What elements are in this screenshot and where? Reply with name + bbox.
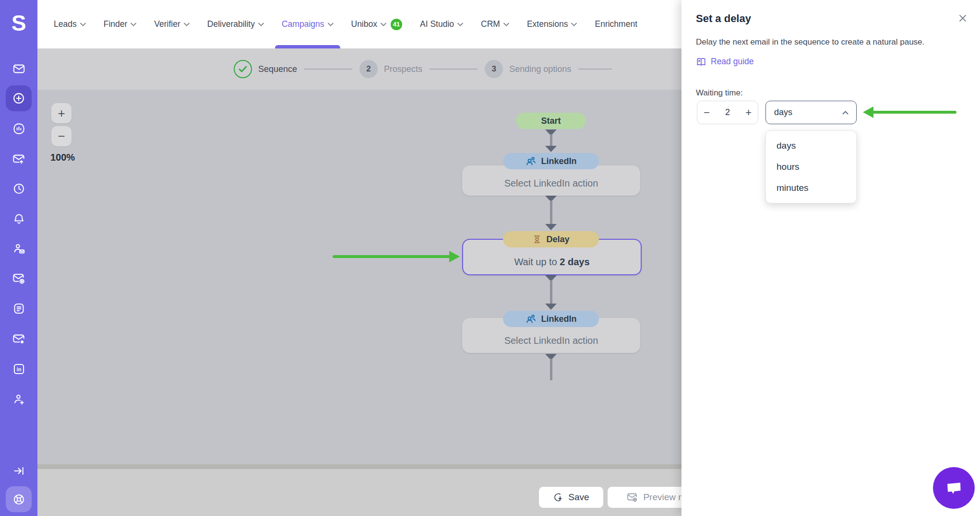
unit-option-days[interactable]: days bbox=[766, 135, 856, 156]
email-send-icon[interactable] bbox=[6, 146, 32, 172]
step-sequence[interactable]: Sequence bbox=[234, 60, 297, 78]
start-node[interactable]: Start bbox=[516, 113, 586, 129]
chevron-down-icon bbox=[457, 23, 463, 26]
increase-button[interactable]: + bbox=[745, 107, 752, 118]
add-user-icon[interactable] bbox=[6, 386, 32, 412]
nav-item-unibox[interactable]: Unibox41 bbox=[351, 0, 402, 48]
zoom-out-button[interactable]: − bbox=[51, 126, 72, 146]
analytics-icon[interactable] bbox=[6, 116, 32, 141]
chat-bubble-icon bbox=[944, 479, 964, 497]
sequence-canvas bbox=[37, 90, 681, 464]
nav-item-ai-studio[interactable]: AI Studio bbox=[420, 0, 463, 48]
waiting-time-stepper: − 2 + bbox=[697, 101, 758, 124]
annotation-arrow-delay bbox=[333, 251, 460, 262]
horizontal-scrollbar[interactable] bbox=[37, 464, 681, 469]
create-campaign-icon[interactable] bbox=[6, 85, 32, 111]
chevron-down-icon bbox=[571, 23, 577, 26]
flow-connector bbox=[544, 275, 558, 310]
nav-item-verifier[interactable]: Verifier bbox=[154, 0, 189, 48]
chevron-down-icon bbox=[80, 23, 86, 26]
step-number: 2 bbox=[359, 60, 378, 78]
step-connector bbox=[430, 69, 478, 70]
step-done-check-icon bbox=[234, 60, 252, 78]
top-nav: Leads Finder Verifier Deliverability Cam… bbox=[37, 0, 681, 48]
people-icon bbox=[525, 155, 537, 167]
email-at-icon[interactable] bbox=[6, 265, 32, 291]
waiting-time-label: Waiting time: bbox=[696, 88, 743, 98]
chevron-down-icon bbox=[131, 23, 136, 26]
panel-description: Delay the next email in the sequence to … bbox=[696, 37, 924, 47]
chevron-down-icon bbox=[328, 23, 334, 26]
nav-item-deliverability[interactable]: Deliverability bbox=[207, 0, 264, 48]
book-icon bbox=[696, 57, 706, 67]
wizard-steps-bar: Sequence 2 Prospects 3 Sending options bbox=[37, 48, 681, 90]
time-unit-dropdown[interactable]: days bbox=[765, 101, 857, 124]
time-unit-value: days bbox=[774, 107, 792, 117]
nav-item-crm[interactable]: CRM bbox=[481, 0, 509, 48]
linkedin-icon[interactable]: in bbox=[6, 356, 32, 382]
email-status-icon[interactable] bbox=[6, 326, 32, 352]
flow-connector bbox=[544, 196, 558, 230]
linkedin-step-pill[interactable]: LinkedIn bbox=[503, 153, 599, 169]
nav-item-finder[interactable]: Finder bbox=[104, 0, 137, 48]
hourglass-icon bbox=[532, 235, 542, 244]
waiting-time-value: 2 bbox=[725, 107, 730, 117]
time-unit-menu: days hours minutes bbox=[765, 130, 857, 203]
unibox-count-badge: 41 bbox=[391, 19, 402, 30]
step-connector bbox=[578, 69, 612, 70]
mail-icon[interactable] bbox=[6, 56, 32, 82]
chat-widget-button[interactable] bbox=[933, 467, 975, 509]
zoom-in-button[interactable]: + bbox=[51, 103, 72, 123]
decrease-button[interactable]: − bbox=[704, 107, 710, 118]
app-window: S in bbox=[0, 0, 980, 516]
canvas-footer: Save Preview me bbox=[37, 469, 681, 516]
contact-book-icon[interactable] bbox=[6, 235, 32, 261]
read-guide-link[interactable]: Read guide bbox=[696, 57, 754, 67]
linkedin-step-pill[interactable]: LinkedIn bbox=[503, 311, 599, 327]
nav-item-leads[interactable]: Leads bbox=[54, 0, 86, 48]
panel-title: Set a delay bbox=[696, 12, 751, 25]
unit-option-hours[interactable]: hours bbox=[766, 156, 856, 177]
chevron-down-icon bbox=[381, 23, 386, 26]
svg-text:in: in bbox=[16, 366, 21, 372]
zoom-level: 100% bbox=[50, 152, 75, 163]
delay-step-pill[interactable]: Delay bbox=[503, 231, 599, 247]
help-icon[interactable] bbox=[6, 486, 32, 512]
nav-item-extensions[interactable]: Extensions bbox=[527, 0, 577, 48]
notes-icon[interactable] bbox=[6, 295, 32, 321]
chevron-down-icon bbox=[258, 23, 264, 26]
sidebar: S in bbox=[0, 0, 37, 516]
step-connector bbox=[304, 69, 352, 70]
linkedin-step-card[interactable]: Select LinkedIn action bbox=[462, 165, 640, 196]
save-button[interactable]: Save bbox=[538, 486, 604, 508]
close-panel-button[interactable] bbox=[956, 12, 969, 25]
clock-icon[interactable] bbox=[6, 176, 32, 201]
step-number: 3 bbox=[485, 60, 503, 78]
bell-icon[interactable] bbox=[6, 206, 32, 232]
nav-item-enrichment[interactable]: Enrichment bbox=[595, 0, 637, 48]
step-prospects[interactable]: 2 Prospects bbox=[359, 60, 422, 78]
unit-option-minutes[interactable]: minutes bbox=[766, 177, 856, 199]
nav-item-campaigns[interactable]: Campaigns bbox=[282, 0, 334, 48]
close-icon bbox=[958, 13, 968, 23]
step-sending-options[interactable]: 3 Sending options bbox=[485, 60, 571, 78]
email-preview-icon bbox=[627, 492, 638, 503]
save-icon bbox=[553, 492, 563, 503]
people-icon bbox=[525, 313, 537, 325]
flow-connector bbox=[544, 354, 558, 379]
app-logo[interactable]: S bbox=[0, 0, 37, 46]
set-delay-panel: Set a delay Delay the next email in the … bbox=[681, 0, 980, 516]
chevron-down-icon bbox=[503, 23, 509, 26]
chevron-up-icon bbox=[842, 111, 849, 115]
flow-connector bbox=[544, 129, 558, 152]
chevron-down-icon bbox=[184, 23, 190, 26]
collapse-sidebar-icon[interactable] bbox=[6, 458, 32, 484]
annotation-arrow-dropdown bbox=[863, 106, 956, 118]
